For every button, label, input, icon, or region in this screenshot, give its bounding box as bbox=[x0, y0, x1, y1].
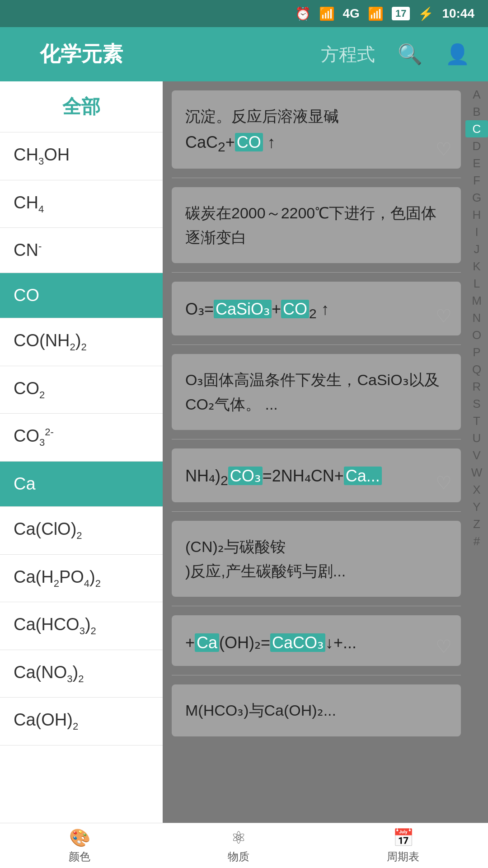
alpha-q[interactable]: Q bbox=[465, 361, 488, 378]
search-icon[interactable]: 🔍 bbox=[398, 42, 422, 66]
divider-1 bbox=[172, 178, 461, 178]
alpha-x[interactable]: X bbox=[465, 481, 488, 498]
main-layout: 全部 CH3OH CH4 CN- CO CO(NH2)2 CO2 CO32- bbox=[0, 81, 488, 823]
alpha-e[interactable]: E bbox=[465, 155, 488, 172]
card-5-heart[interactable]: ♡ bbox=[436, 472, 452, 493]
alpha-a[interactable]: A bbox=[465, 86, 488, 103]
bottom-nav: 🎨 颜色 ⚛ 物质 📅 周期表 bbox=[0, 823, 488, 868]
card-8-text: M(HCO₃)与Ca(OH)₂... bbox=[185, 698, 447, 722]
alpha-z[interactable]: Z bbox=[465, 515, 488, 533]
alpha-v[interactable]: V bbox=[465, 447, 488, 464]
alpha-r[interactable]: R bbox=[465, 378, 488, 395]
card-5-formula: NH₄)2CO₃=2NH₄CN+Ca... bbox=[185, 467, 447, 488]
app-title: 化学元素 bbox=[0, 40, 163, 68]
alpha-n[interactable]: N bbox=[465, 309, 488, 326]
card-1: 沉淀。反应后溶液显碱 CaC2+CO ↑ ♡ bbox=[172, 90, 461, 169]
sidebar-item-co[interactable]: CO bbox=[0, 273, 163, 318]
card-7-highlight-ca: Ca bbox=[195, 633, 219, 652]
content-inner: 沉淀。反应后溶液显碱 CaC2+CO ↑ ♡ 碳炭在2000～2200℃下进行，… bbox=[163, 81, 488, 823]
sidebar-item-co2[interactable]: CO2 bbox=[0, 366, 163, 414]
alpha-o[interactable]: O bbox=[465, 326, 488, 344]
nav-matter[interactable]: ⚛ 物质 bbox=[228, 828, 249, 864]
card-1-formula: CaC2+CO ↑ bbox=[185, 133, 447, 155]
nav-colors[interactable]: 🎨 颜色 bbox=[69, 828, 90, 864]
charging-icon: ⚡ bbox=[418, 6, 434, 21]
wifi-icon: 📶 bbox=[319, 6, 335, 21]
periodic-icon: 📅 bbox=[393, 828, 414, 848]
battery-label: 17 bbox=[392, 7, 410, 20]
card-3-highlight-co2: CO bbox=[281, 300, 309, 318]
sidebar-all-button[interactable]: 全部 bbox=[0, 81, 163, 132]
sidebar-item-co-nh2-2[interactable]: CO(NH2)2 bbox=[0, 318, 163, 366]
card-8: M(HCO₃)与Ca(OH)₂... bbox=[172, 684, 461, 736]
card-2: 碳炭在2000～2200℃下进行，色固体逐渐变白 bbox=[172, 187, 461, 264]
nav-periodic[interactable]: 📅 周期表 bbox=[387, 828, 419, 864]
colors-icon: 🎨 bbox=[69, 828, 90, 848]
sidebar: 全部 CH3OH CH4 CN- CO CO(NH2)2 CO2 CO32- bbox=[0, 81, 163, 823]
alpha-y[interactable]: Y bbox=[465, 498, 488, 515]
sidebar-item-ch3oh[interactable]: CH3OH bbox=[0, 132, 163, 180]
alpha-u[interactable]: U bbox=[465, 429, 488, 447]
card-1-text: 沉淀。反应后溶液显碱 bbox=[185, 104, 447, 128]
alpha-w[interactable]: W bbox=[465, 464, 488, 481]
alpha-c[interactable]: C bbox=[465, 120, 488, 137]
card-3: O₃=CaSiO₃+CO2 ↑ ♡ bbox=[172, 282, 461, 335]
card-7-formula: +Ca(OH)₂=CaCO₃↓+... bbox=[185, 633, 447, 652]
alpha-t[interactable]: T bbox=[465, 412, 488, 429]
alpha-h[interactable]: H bbox=[465, 206, 488, 223]
card-7-heart[interactable]: ♡ bbox=[436, 636, 452, 657]
alpha-j[interactable]: J bbox=[465, 241, 488, 258]
time-label: 10:44 bbox=[442, 6, 474, 21]
divider-4 bbox=[172, 439, 461, 439]
sidebar-item-ca-no3-2[interactable]: Ca(NO3)2 bbox=[0, 650, 163, 698]
card-3-formula: O₃=CaSiO₃+CO2 ↑ bbox=[185, 300, 447, 321]
equation-tab[interactable]: 方程式 bbox=[321, 42, 375, 67]
divider-3 bbox=[172, 344, 461, 345]
alpha-i[interactable]: I bbox=[465, 223, 488, 241]
card-7: +Ca(OH)₂=CaCO₃↓+... ♡ bbox=[172, 615, 461, 666]
card-3-heart[interactable]: ♡ bbox=[436, 306, 452, 326]
card-5-highlight-co3: CO₃ bbox=[228, 467, 263, 485]
sidebar-item-ca-oh[interactable]: Ca(OH)2 bbox=[0, 698, 163, 745]
divider-2 bbox=[172, 272, 461, 273]
card-4: O₃固体高温条件下发生，CaSiO₃以及CO₂气体。 ... bbox=[172, 354, 461, 430]
header-right: 方程式 🔍 👤 bbox=[163, 42, 488, 67]
sidebar-item-ch4[interactable]: CH4 bbox=[0, 180, 163, 228]
header: 化学元素 方程式 🔍 👤 bbox=[0, 27, 488, 81]
alpha-s[interactable]: S bbox=[465, 395, 488, 412]
card-6: (CN)₂与碳酸铵)反应,产生碳酸钙与剧... bbox=[172, 521, 461, 597]
alpha-p[interactable]: P bbox=[465, 344, 488, 361]
sidebar-item-ca-clo-2[interactable]: Ca(ClO)2 bbox=[0, 507, 163, 555]
alpha-m[interactable]: M bbox=[465, 292, 488, 309]
card-1-highlight-co: CO bbox=[235, 133, 263, 151]
card-5-highlight-ca: Ca... bbox=[344, 467, 382, 485]
alpha-k[interactable]: K bbox=[465, 258, 488, 275]
matter-label: 物质 bbox=[228, 849, 249, 864]
alpha-hash[interactable]: # bbox=[465, 533, 488, 550]
divider-5 bbox=[172, 511, 461, 512]
alpha-index: A B C D E F G H I J K L M N O P Q R S T … bbox=[465, 81, 488, 823]
sidebar-item-ca-h2po4-2[interactable]: Ca(H2PO4)2 bbox=[0, 555, 163, 603]
sidebar-item-cn-[interactable]: CN- bbox=[0, 228, 163, 273]
sidebar-item-ca-hco3-2[interactable]: Ca(HCO3)2 bbox=[0, 602, 163, 650]
bars-icon: 📶 bbox=[368, 6, 384, 21]
alpha-l[interactable]: L bbox=[465, 275, 488, 292]
sidebar-item-co3-2-[interactable]: CO32- bbox=[0, 414, 163, 462]
card-2-text: 碳炭在2000～2200℃下进行，色固体逐渐变白 bbox=[185, 201, 447, 250]
card-6-text: (CN)₂与碳酸铵)反应,产生碳酸钙与剧... bbox=[185, 534, 447, 584]
card-1-heart[interactable]: ♡ bbox=[436, 139, 452, 160]
user-icon[interactable]: 👤 bbox=[445, 42, 470, 66]
matter-icon: ⚛ bbox=[231, 828, 246, 848]
alpha-g[interactable]: G bbox=[465, 189, 488, 206]
card-4-text: O₃固体高温条件下发生，CaSiO₃以及CO₂气体。 ... bbox=[185, 368, 447, 417]
card-7-highlight-caco3: CaCO₃ bbox=[270, 633, 325, 652]
periodic-label: 周期表 bbox=[387, 849, 419, 864]
clock-icon: ⏰ bbox=[295, 6, 311, 21]
sidebar-item-ca[interactable]: Ca bbox=[0, 462, 163, 507]
alpha-f[interactable]: F bbox=[465, 172, 488, 189]
alpha-b[interactable]: B bbox=[465, 103, 488, 120]
divider-7 bbox=[172, 675, 461, 675]
card-3-highlight-casio3: CaSiO₃ bbox=[214, 300, 272, 318]
content-area: A B C D E F G H I J K L M N O P Q R S T … bbox=[163, 81, 488, 823]
alpha-d[interactable]: D bbox=[465, 137, 488, 155]
